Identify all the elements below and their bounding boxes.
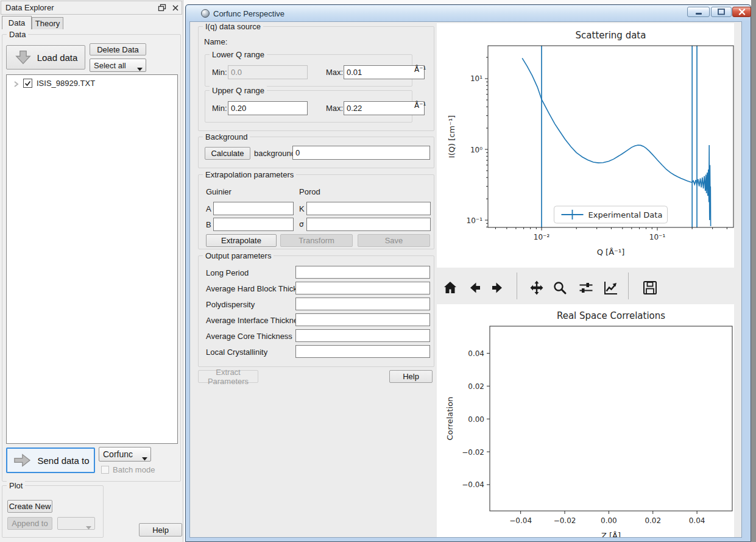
- corfunc-help-button[interactable]: Help: [389, 370, 433, 383]
- svg-text:10⁻¹: 10⁻¹: [649, 233, 666, 241]
- svg-text:Experimental Data: Experimental Data: [588, 210, 663, 219]
- plot-groupbox-label: Plot: [7, 481, 25, 490]
- expand-chevron-icon[interactable]: [12, 79, 20, 91]
- scattering-data-figure[interactable]: 10⁻²10⁻¹10⁻¹10⁰10¹Scattering dataQ [Å⁻¹]…: [437, 23, 734, 268]
- lower-q-max-input[interactable]: [344, 65, 425, 79]
- avg-hard-block-input[interactable]: [295, 282, 430, 294]
- svg-text:10⁻¹: 10⁻¹: [467, 216, 483, 225]
- batch-mode-checkbox[interactable]: [101, 466, 109, 474]
- output-parameters-groupbox: Output parameters Long Period Average Ha…: [198, 255, 434, 367]
- data-explorer-titlebar: Data Explorer: [1, 1, 182, 15]
- extrapolate-button[interactable]: Extrapolate: [206, 234, 277, 247]
- avg-core-input[interactable]: [295, 329, 430, 342]
- customize-icon[interactable]: [602, 280, 618, 296]
- tab-theory[interactable]: Theory: [32, 17, 63, 29]
- save-button[interactable]: Save: [358, 234, 430, 247]
- batch-mode-label: Batch mode: [113, 465, 155, 474]
- back-icon[interactable]: [467, 280, 482, 296]
- window-sphere-icon: [201, 9, 210, 18]
- home-icon[interactable]: [442, 280, 458, 296]
- svg-text:0.04: 0.04: [689, 516, 705, 525]
- chevron-down-icon: [142, 453, 147, 463]
- svg-text:Correlation: Correlation: [445, 397, 454, 441]
- delete-data-button[interactable]: Delete Data: [90, 43, 146, 55]
- svg-text:0.02: 0.02: [468, 382, 484, 391]
- mdi-scrollbar[interactable]: [751, 0, 756, 542]
- polydispersity-input[interactable]: [295, 298, 430, 310]
- pan-icon[interactable]: [529, 280, 545, 296]
- data-explorer-panel: Data Explorer Data Theory Data Load data…: [0, 0, 183, 542]
- svg-text:10⁻²: 10⁻²: [534, 233, 550, 241]
- corfunc-window: Corfunc Perspective I(q) data source Nam…: [185, 4, 751, 542]
- append-to-plot-button[interactable]: Append to: [7, 517, 52, 530]
- data-explorer-title: Data Explorer: [5, 3, 54, 12]
- close-icon[interactable]: [732, 7, 751, 17]
- upper-q-unit: Å⁻¹: [414, 101, 426, 110]
- background-input[interactable]: [292, 146, 430, 160]
- sasview-app: Data Explorer Data Theory Data Load data…: [0, 0, 756, 542]
- svg-text:I(Q) [cm⁻¹]: I(Q) [cm⁻¹]: [447, 115, 456, 158]
- name-label: Name:: [204, 37, 227, 46]
- chevron-down-icon: [137, 64, 143, 73]
- svg-text:0.04: 0.04: [468, 349, 484, 358]
- avg-interface-input[interactable]: [295, 313, 430, 326]
- upper-q-min-input[interactable]: [228, 101, 308, 115]
- porod-k-input[interactable]: [306, 202, 431, 215]
- corfunc-client-area: I(q) data source Name: Lower Q range Min…: [189, 21, 742, 538]
- upper-q-range-groupbox: Upper Q range Min: Max:: [205, 90, 412, 123]
- background-field-label: background: [254, 149, 295, 158]
- forward-icon[interactable]: [490, 280, 506, 296]
- append-plot-dropdown[interactable]: [57, 517, 95, 530]
- svg-text:Q [Å⁻¹]: Q [Å⁻¹]: [597, 248, 624, 257]
- data-tree[interactable]: ISIS_98929.TXT: [6, 74, 178, 444]
- porod-sigma-input[interactable]: [306, 218, 431, 231]
- list-item[interactable]: ISIS_98929.TXT: [7, 77, 177, 91]
- guinier-b-input[interactable]: [213, 218, 294, 231]
- svg-text:Real Space Correlations: Real Space Correlations: [557, 310, 665, 321]
- maximize-icon[interactable]: [711, 7, 732, 17]
- transform-button[interactable]: Transform: [280, 234, 353, 247]
- svg-text:−0.04: −0.04: [509, 516, 532, 525]
- window-title: Corfunc Perspective: [213, 9, 284, 18]
- svg-text:Scattering data: Scattering data: [576, 30, 646, 41]
- send-data-button[interactable]: Send data to: [6, 448, 95, 473]
- iq-data-source-groupbox: I(q) data source Name: Lower Q range Min…: [198, 26, 434, 131]
- guinier-a-input[interactable]: [213, 202, 294, 215]
- svg-text:−0.02: −0.02: [554, 516, 576, 525]
- extract-parameters-button[interactable]: Extract Parameters: [198, 370, 258, 383]
- real-space-correlations-figure[interactable]: −0.04−0.020.000.020.04−0.04−0.020.000.02…: [437, 304, 734, 538]
- zoom-icon[interactable]: [552, 280, 568, 296]
- subplots-icon[interactable]: [578, 280, 594, 296]
- window-titlebar[interactable]: Corfunc Perspective: [186, 5, 750, 21]
- lower-q-min-input[interactable]: [228, 65, 308, 79]
- local-crystallinity-input[interactable]: [295, 345, 430, 358]
- load-data-button[interactable]: Load data: [6, 45, 85, 70]
- svg-text:Z [Å]: Z [Å]: [601, 531, 621, 538]
- upper-q-max-input[interactable]: [344, 101, 425, 115]
- tab-data[interactable]: Data: [2, 16, 32, 29]
- close-icon[interactable]: [171, 3, 180, 13]
- chevron-down-icon: [86, 522, 91, 532]
- perspective-dropdown[interactable]: Corfunc: [99, 447, 151, 462]
- svg-text:0.00: 0.00: [468, 415, 484, 424]
- data-groupbox-label: Data: [7, 30, 28, 39]
- toolbar-separator: [628, 273, 629, 299]
- minimize-icon[interactable]: [687, 7, 710, 17]
- long-period-input[interactable]: [295, 266, 430, 279]
- svg-text:−0.04: −0.04: [462, 480, 484, 489]
- save-icon[interactable]: [642, 280, 658, 296]
- create-new-plot-button[interactable]: Create New: [7, 500, 52, 513]
- explorer-help-button[interactable]: Help: [139, 523, 182, 537]
- calculate-button[interactable]: Calculate: [205, 147, 250, 160]
- float-icon[interactable]: [157, 3, 167, 13]
- dataset-checkbox[interactable]: [23, 79, 32, 88]
- porod-label: Porod: [299, 187, 320, 196]
- svg-text:−0.02: −0.02: [462, 448, 484, 457]
- select-all-dropdown[interactable]: Select all: [90, 59, 146, 72]
- svg-text:0.02: 0.02: [645, 516, 661, 525]
- svg-text:0.00: 0.00: [601, 516, 617, 525]
- background-groupbox: Background Calculate background: [198, 137, 434, 168]
- toolbar-separator: [517, 273, 517, 299]
- svg-text:10¹: 10¹: [470, 74, 482, 83]
- download-arrow-icon: [14, 49, 32, 65]
